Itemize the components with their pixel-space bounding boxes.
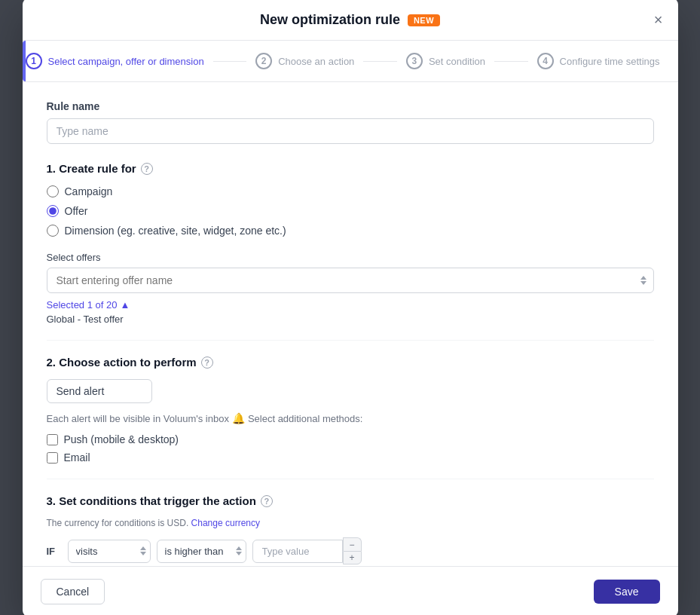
create-rule-section: 1. Create rule for ? Campaign Offer Dime… xyxy=(47,162,654,237)
create-rule-heading: 1. Create rule for ? xyxy=(47,162,654,175)
section-divider-2 xyxy=(47,479,654,479)
checkbox-push[interactable]: Push (mobile & desktop) xyxy=(47,433,654,445)
checkbox-push-label: Push (mobile & desktop) xyxy=(64,433,179,445)
selected-offer-item: Global - Test offer xyxy=(47,314,654,325)
checkbox-email-input[interactable] xyxy=(47,452,58,464)
currency-note: The currency for conditions is USD. Chan… xyxy=(47,518,654,528)
conditions-heading: 3. Set conditions that trigger the actio… xyxy=(47,494,654,507)
step-3[interactable]: 3 Set condition xyxy=(406,53,485,69)
chevron-up-icon: ▲ xyxy=(120,299,130,311)
radio-dimension[interactable]: Dimension (eg. creative, site, widget, z… xyxy=(47,225,654,237)
select-offers-label: Select offers xyxy=(47,252,654,263)
modal-body: Rule name 1. Create rule for ? Campaign xyxy=(23,82,678,566)
checkbox-push-input[interactable] xyxy=(47,434,58,445)
stepper-accent xyxy=(23,41,26,81)
checkbox-email[interactable]: Email xyxy=(47,451,654,464)
modal-header: New optimization rule NEW × xyxy=(23,0,678,41)
step-1[interactable]: 1 Select campaign, offer or dimension xyxy=(26,53,204,69)
save-button[interactable]: Save xyxy=(594,580,660,604)
action-select-wrapper: Send alert Pause Resume Adjust bid xyxy=(47,379,654,403)
stepper: 1 Select campaign, offer or dimension 2 … xyxy=(23,41,678,82)
modal-footer: Cancel Save xyxy=(23,566,678,615)
step-3-number: 3 xyxy=(406,53,423,69)
step-4-label: Configure time settings xyxy=(560,56,660,67)
step-4[interactable]: 4 Configure time settings xyxy=(537,53,660,69)
radio-campaign[interactable]: Campaign xyxy=(47,185,654,197)
select-offers-input[interactable] xyxy=(47,268,654,293)
radio-dimension-label: Dimension (eg. creative, site, widget, z… xyxy=(65,225,286,237)
modal-title-text: New optimization rule xyxy=(260,12,400,28)
operator-select-wrapper: is higher than is lower than is equal to… xyxy=(157,540,246,563)
select-offers-section: Select offers Selected 1 of 20 ▲ Global … xyxy=(47,252,654,325)
radio-offer[interactable]: Offer xyxy=(47,205,654,217)
action-select-container: Send alert Pause Resume Adjust bid xyxy=(47,379,152,403)
change-currency-link[interactable]: Change currency xyxy=(191,518,260,528)
select-offers-wrapper xyxy=(47,268,654,293)
step-4-number: 4 xyxy=(537,53,554,69)
new-badge: NEW xyxy=(408,14,440,26)
value-increment-button[interactable]: + xyxy=(343,551,362,565)
rule-name-label: Rule name xyxy=(47,100,654,112)
step-divider-1 xyxy=(213,61,247,62)
section-divider xyxy=(47,340,654,341)
radio-offer-input[interactable] xyxy=(47,205,59,217)
step-1-number: 1 xyxy=(26,53,42,69)
alert-description: Each alert will be visible in Voluum's i… xyxy=(47,412,654,424)
rule-type-radio-group: Campaign Offer Dimension (eg. creative, … xyxy=(47,185,654,237)
action-select[interactable]: Send alert Pause Resume Adjust bid xyxy=(47,379,152,403)
choose-action-help-icon[interactable]: ? xyxy=(201,356,213,369)
bell-icon: 🔔 xyxy=(232,412,245,424)
step-2[interactable]: 2 Choose an action xyxy=(255,53,354,69)
create-rule-help-icon[interactable]: ? xyxy=(141,163,153,175)
modal-title: New optimization rule NEW xyxy=(260,12,440,28)
step-divider-2 xyxy=(363,61,397,62)
step-2-number: 2 xyxy=(255,53,272,69)
radio-dimension-input[interactable] xyxy=(47,225,59,237)
operator-select[interactable]: is higher than is lower than is equal to… xyxy=(157,540,246,563)
rule-name-section: Rule name xyxy=(47,100,654,144)
radio-campaign-label: Campaign xyxy=(65,185,113,197)
value-stepper-buttons: − + xyxy=(343,537,362,565)
modal-overlay: New optimization rule NEW × 1 Select cam… xyxy=(0,0,700,615)
checkbox-group: Push (mobile & desktop) Email xyxy=(47,433,654,464)
value-input-wrapper: − + xyxy=(252,537,362,565)
close-button[interactable]: × xyxy=(651,9,666,30)
step-divider-3 xyxy=(494,61,528,62)
selected-count[interactable]: Selected 1 of 20 ▲ xyxy=(47,299,654,311)
conditions-help-icon[interactable]: ? xyxy=(261,495,273,507)
if-label: IF xyxy=(47,546,62,557)
step-1-label: Select campaign, offer or dimension xyxy=(48,56,204,67)
choose-action-section: 2. Choose action to perform ? Send alert… xyxy=(47,356,654,464)
metric-select[interactable]: visits clicks conversions revenue cost xyxy=(68,540,151,563)
cancel-button[interactable]: Cancel xyxy=(41,579,105,604)
condition-row: IF visits clicks conversions revenue cos… xyxy=(47,537,654,565)
value-decrement-button[interactable]: − xyxy=(343,537,362,551)
radio-campaign-input[interactable] xyxy=(47,185,59,197)
conditions-section: 3. Set conditions that trigger the actio… xyxy=(47,494,654,565)
checkbox-email-label: Email xyxy=(64,451,90,464)
choose-action-heading: 2. Choose action to perform ? xyxy=(47,356,654,369)
rule-name-input[interactable] xyxy=(47,118,654,144)
step-3-label: Set condition xyxy=(429,56,485,67)
radio-offer-label: Offer xyxy=(65,205,88,217)
modal-dialog: New optimization rule NEW × 1 Select cam… xyxy=(23,0,678,615)
metric-select-wrapper: visits clicks conversions revenue cost xyxy=(68,540,151,563)
step-2-label: Choose an action xyxy=(278,56,354,67)
value-input[interactable] xyxy=(252,540,343,563)
